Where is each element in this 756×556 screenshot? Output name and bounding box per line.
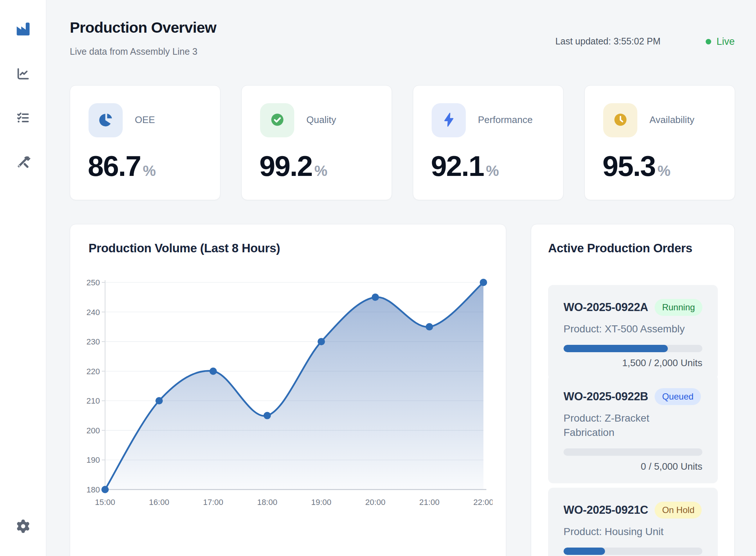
- factory-icon: [15, 21, 31, 37]
- kpi-value: 99.2: [259, 152, 312, 180]
- lightning-icon: [441, 112, 457, 129]
- production-volume-card: Production Volume (Last 8 Hours) 1801902…: [70, 224, 506, 556]
- kpi-label: Availability: [649, 114, 694, 126]
- svg-text:220: 220: [86, 367, 100, 376]
- svg-text:18:00: 18:00: [257, 498, 277, 507]
- order-id: WO-2025-0922B: [564, 390, 648, 403]
- live-dot-icon: [706, 39, 711, 44]
- kpi-label: OEE: [135, 114, 155, 126]
- order-progress-bar: [564, 548, 702, 555]
- kpi-card-availability: Availability 95.3 %: [584, 85, 735, 200]
- svg-text:230: 230: [86, 337, 100, 346]
- sidebar-item-orders[interactable]: [15, 109, 32, 126]
- order-id: WO-2025-0922A: [564, 301, 648, 314]
- last-updated-text: Last updated: 3:55:02 PM: [555, 36, 660, 47]
- sidebar-item-production[interactable]: [15, 21, 32, 37]
- svg-text:20:00: 20:00: [365, 498, 385, 507]
- svg-text:19:00: 19:00: [311, 498, 331, 507]
- order-id: WO-2025-0921C: [564, 503, 648, 517]
- list-checks-icon: [16, 111, 30, 125]
- sidebar: [0, 0, 46, 556]
- kpi-icon-tile: [432, 103, 466, 137]
- svg-text:16:00: 16:00: [149, 498, 169, 507]
- kpi-unit: %: [486, 163, 499, 179]
- chart-line-icon: [16, 66, 30, 81]
- main-content: Production Overview Live data from Assem…: [46, 0, 756, 556]
- kpi-label: Performance: [478, 114, 533, 126]
- kpi-card-quality: Quality 99.2 %: [241, 85, 392, 200]
- order-card[interactable]: WO-2025-0921C On Hold Product: Housing U…: [548, 488, 718, 556]
- settings-gear-icon: [15, 518, 31, 534]
- production-volume-chart: 18019020021022023024025015:0016:0017:001…: [85, 272, 493, 513]
- svg-text:200: 200: [86, 426, 100, 435]
- chart-title: Production Volume (Last 8 Hours): [89, 241, 280, 255]
- svg-text:180: 180: [86, 485, 100, 494]
- kpi-unit: %: [658, 163, 671, 179]
- sidebar-item-analytics[interactable]: [15, 65, 32, 82]
- order-units: 0 / 5,000 Units: [564, 461, 702, 472]
- kpi-value: 86.7: [88, 152, 141, 180]
- order-card[interactable]: WO-2025-0922A Running Product: XT-500 As…: [548, 285, 718, 380]
- order-units: 1,500 / 2,000 Units: [564, 357, 702, 369]
- pie-chart-icon: [98, 112, 114, 129]
- order-status-badge: Running: [655, 299, 702, 316]
- kpi-icon-tile: [89, 103, 123, 137]
- kpi-card-oee: OEE 86.7 %: [70, 85, 220, 200]
- sidebar-item-settings[interactable]: [15, 518, 32, 535]
- svg-text:250: 250: [86, 278, 100, 287]
- order-progress-bar: [564, 448, 702, 456]
- svg-text:210: 210: [86, 396, 100, 405]
- active-orders-panel: Active Production Orders WO-2025-0922A R…: [531, 224, 735, 556]
- kpi-unit: %: [314, 163, 328, 179]
- order-product: Product: XT-500 Assembly: [564, 322, 702, 336]
- order-product: Product: Z-Bracket Fabrication: [564, 411, 702, 440]
- sidebar-item-maintenance[interactable]: [15, 154, 32, 170]
- page-title: Production Overview: [70, 19, 216, 36]
- svg-text:17:00: 17:00: [203, 498, 223, 507]
- kpi-label: Quality: [306, 114, 336, 126]
- kpi-value: 92.1: [431, 152, 484, 180]
- orders-panel-title: Active Production Orders: [548, 241, 692, 255]
- svg-text:15:00: 15:00: [95, 498, 115, 507]
- page-subtitle: Live data from Assembly Line 3: [70, 46, 197, 57]
- tools-icon: [16, 155, 30, 169]
- live-label: Live: [716, 36, 735, 47]
- svg-text:21:00: 21:00: [419, 498, 439, 507]
- live-status-badge: Live: [706, 36, 735, 47]
- order-status-badge: On Hold: [655, 502, 702, 519]
- kpi-value: 95.3: [602, 152, 655, 180]
- order-progress-bar: [564, 345, 702, 352]
- kpi-unit: %: [143, 163, 156, 179]
- kpi-card-performance: Performance 92.1 %: [413, 85, 564, 200]
- check-circle-icon: [269, 112, 285, 129]
- order-card[interactable]: WO-2025-0922B Queued Product: Z-Bracket …: [548, 374, 718, 483]
- order-product: Product: Housing Unit: [564, 524, 702, 539]
- svg-text:22:00: 22:00: [473, 498, 493, 507]
- order-status-badge: Queued: [655, 388, 701, 405]
- kpi-icon-tile: [260, 103, 294, 137]
- svg-text:190: 190: [86, 455, 100, 465]
- svg-text:240: 240: [86, 308, 100, 317]
- kpi-icon-tile: [603, 103, 637, 137]
- clock-icon: [612, 112, 629, 129]
